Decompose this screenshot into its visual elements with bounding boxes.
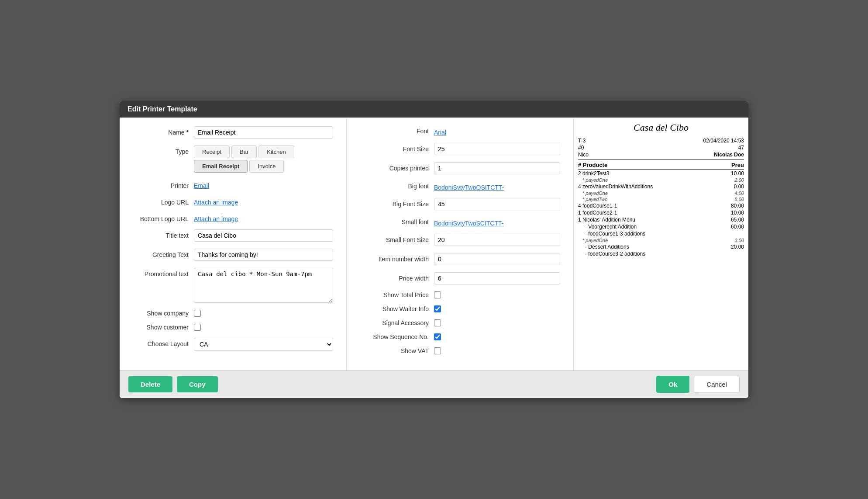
choose-layout-row: Choose Layout CA EU US [133,338,333,351]
list-item: * payedTwo8.00 [578,197,744,202]
type-row: Type Receipt Bar Kitchen Email Receipt I… [133,146,333,173]
show-sequence-no-checkbox[interactable] [434,333,441,340]
title-text-label: Title text [133,229,194,239]
bottom-logo-url-row: Bottom Logo URL Attach an image [133,213,333,222]
item-price: 10.00 [731,170,744,177]
receipt-table-date-row: T-3 02/04/2020 14:53 [578,138,744,144]
name-input[interactable] [194,126,333,139]
item-price: 0.00 [734,184,744,190]
promotional-text-input[interactable]: Casa del cibo * Mon-Sun 9am-7pm [194,268,333,303]
show-sequence-no-label: Show Sequence No. [360,333,434,340]
list-item: 1 Nicolas' Addition Menu65.00 [578,217,744,223]
list-item: 4 foodCourse1-180.00 [578,203,744,209]
item-name: * payedTwo [582,197,607,202]
greeting-text-input[interactable] [194,249,333,261]
price-width-row: Price width [360,272,560,284]
item-name: * payedOne [582,191,608,196]
printer-link[interactable]: Email [194,180,209,189]
show-vat-checkbox[interactable] [434,347,441,354]
type-btn-invoice[interactable]: Invoice [249,160,284,173]
item-price: 20.00 [731,244,744,250]
show-total-price-checkbox[interactable] [434,291,441,298]
small-font-link[interactable]: BodoniSvtyTwoSCITCTT- [434,217,504,227]
show-customer-row: Show customer [133,324,333,331]
choose-layout-select[interactable]: CA EU US [194,338,333,351]
list-item: - foodCourse1-3 additions [578,231,744,237]
type-btn-bar[interactable]: Bar [231,146,257,158]
item-price: 8.00 [735,197,744,202]
big-font-label: Big font [360,183,434,190]
receipt-waiter-row: Nico Nicolas Doe [578,152,744,158]
font-size-row: Font Size [360,143,560,155]
bottom-logo-url-link[interactable]: Attach an image [194,213,238,222]
big-font-row: Big font BodoniSvtyTwoOSITCTT- [360,181,560,191]
list-item: 1 foodCourse2-110.00 [578,210,744,216]
signal-accessory-checkbox[interactable] [434,319,441,326]
font-link[interactable]: Arial [434,126,446,136]
copies-printed-input[interactable] [434,162,560,174]
list-item: - Dessert Additions20.00 [578,244,744,250]
list-item: 2 drink2Test310.00 [578,170,744,177]
greeting-text-label: Greeting Text [133,249,194,258]
show-total-price-row: Show Total Price [360,291,560,298]
type-btn-receipt[interactable]: Receipt [194,146,230,158]
font-size-label: Font Size [360,146,434,152]
copy-button[interactable]: Copy [177,376,218,392]
item-number-width-row: Item number width [360,253,560,265]
dialog-title: Edit Printer Template [127,105,197,113]
printer-row: Printer Email [133,180,333,189]
type-btn-email-receipt[interactable]: Email Receipt [194,160,248,173]
font-label: Font [360,128,434,135]
col-price: Preu [731,162,744,168]
small-font-size-input[interactable] [434,234,560,246]
item-name: 4 zeroValuedDrinkWithAdditions [578,184,653,190]
delete-button[interactable]: Delete [128,376,172,392]
big-font-size-row: Big Font Size [360,198,560,210]
price-width-input[interactable] [434,272,560,284]
receipt-waiter-val: Nicolas Doe [714,152,744,158]
col-product: # Producte [578,162,607,168]
show-company-checkbox[interactable] [194,310,201,317]
type-buttons: Receipt Bar Kitchen Email Receipt Invoic… [194,146,294,173]
show-vat-row: Show VAT [360,347,560,354]
small-font-label: Small font [360,218,434,225]
list-item: - foodCourse3-2 additions [578,251,744,257]
item-name: * payedOne [582,238,608,243]
copies-printed-row: Copies printed [360,162,560,174]
small-font-row: Small font BodoniSvtyTwoSCITCTT- [360,217,560,227]
big-font-link[interactable]: BodoniSvtyTwoOSITCTT- [434,181,504,191]
item-name: - foodCourse1-3 additions [585,231,645,237]
list-item: - Voorgerecht Addition60.00 [578,224,744,230]
type-btn-kitchen[interactable]: Kitchen [258,146,294,158]
item-number-width-input[interactable] [434,253,560,265]
item-name: 1 Nicolas' Addition Menu [578,217,635,223]
item-price: 3.00 [735,238,744,243]
show-waiter-info-checkbox[interactable] [434,305,441,312]
show-customer-checkbox[interactable] [194,324,201,331]
small-font-size-row: Small Font Size [360,234,560,246]
receipt-order-row: #0 47 [578,145,744,151]
receipt-items-list: 2 drink2Test310.00* payedOne2.004 zeroVa… [578,170,744,257]
show-waiter-info-label: Show Waiter Info [360,305,434,312]
font-size-input[interactable] [434,143,560,155]
edit-printer-template-dialog: Edit Printer Template Name Type Receipt … [120,101,748,398]
big-font-size-input[interactable] [434,198,560,210]
logo-url-link[interactable]: Attach an image [194,196,238,206]
item-name: - Dessert Additions [585,244,629,250]
show-total-price-label: Show Total Price [360,291,434,298]
ok-button[interactable]: Ok [656,376,689,393]
middle-panel: Font Arial Font Size Copies printed Big … [347,118,574,370]
type-label: Type [133,146,194,155]
item-price: 65.00 [731,217,744,223]
show-waiter-info-row: Show Waiter Info [360,305,560,312]
list-item: * payedOne4.00 [578,191,744,196]
font-row: Font Arial [360,126,560,136]
greeting-text-row: Greeting Text [133,249,333,261]
show-company-label: Show company [133,310,194,317]
small-font-size-label: Small Font Size [360,236,434,243]
logo-url-label: Logo URL [133,196,194,206]
name-row: Name [133,126,333,139]
cancel-button[interactable]: Cancel [694,376,740,393]
item-name: 1 foodCourse2-1 [578,210,617,216]
title-text-input[interactable] [194,229,333,242]
